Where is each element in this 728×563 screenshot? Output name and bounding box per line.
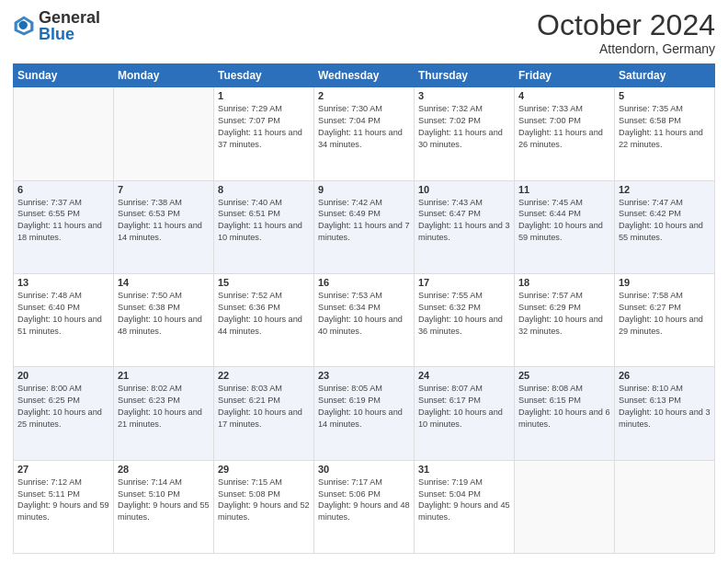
calendar-cell: 31Sunrise: 7:19 AM Sunset: 5:04 PM Dayli… [415,460,515,553]
day-info: Sunrise: 7:48 AM Sunset: 6:40 PM Dayligh… [17,290,109,338]
day-number: 18 [518,277,610,288]
calendar-cell: 29Sunrise: 7:15 AM Sunset: 5:08 PM Dayli… [214,460,314,553]
day-number: 10 [418,184,510,195]
day-info: Sunrise: 7:47 AM Sunset: 6:42 PM Dayligh… [619,197,711,245]
calendar-cell [114,87,214,180]
day-number: 7 [118,184,210,195]
day-number: 20 [17,370,109,381]
location-subtitle: Attendorn, Germany [537,41,715,56]
calendar-cell: 3Sunrise: 7:32 AM Sunset: 7:02 PM Daylig… [415,87,515,180]
calendar-cell: 14Sunrise: 7:50 AM Sunset: 6:38 PM Dayli… [114,273,214,366]
day-number: 30 [318,464,410,475]
page: General Blue October 2024 Attendorn, Ger… [0,0,728,563]
calendar-cell [515,460,615,553]
week-row-1: 1Sunrise: 7:29 AM Sunset: 7:07 PM Daylig… [14,87,715,180]
calendar-cell: 16Sunrise: 7:53 AM Sunset: 6:34 PM Dayli… [314,273,415,366]
logo: General Blue [13,9,100,42]
day-number: 1 [218,90,310,101]
logo-wordmark: General Blue [39,9,100,42]
day-info: Sunrise: 7:15 AM Sunset: 5:08 PM Dayligh… [218,477,310,524]
day-info: Sunrise: 8:02 AM Sunset: 6:23 PM Dayligh… [118,383,210,431]
calendar-cell: 27Sunrise: 7:12 AM Sunset: 5:11 PM Dayli… [14,460,114,553]
week-row-4: 20Sunrise: 8:00 AM Sunset: 6:25 PM Dayli… [14,367,715,460]
day-number: 2 [318,90,410,101]
day-info: Sunrise: 7:57 AM Sunset: 6:29 PM Dayligh… [518,290,610,338]
day-info: Sunrise: 7:45 AM Sunset: 6:44 PM Dayligh… [518,197,610,245]
day-number: 17 [418,277,510,288]
day-number: 12 [619,184,711,195]
day-number: 15 [218,277,310,288]
calendar-cell: 19Sunrise: 7:58 AM Sunset: 6:27 PM Dayli… [615,273,715,366]
calendar-cell: 6Sunrise: 7:37 AM Sunset: 6:55 PM Daylig… [14,180,114,273]
header: General Blue October 2024 Attendorn, Ger… [13,9,715,56]
weekday-header-sunday: Sunday [14,64,114,87]
day-info: Sunrise: 7:40 AM Sunset: 6:51 PM Dayligh… [218,197,310,245]
calendar-cell: 15Sunrise: 7:52 AM Sunset: 6:36 PM Dayli… [214,273,314,366]
day-info: Sunrise: 8:00 AM Sunset: 6:25 PM Dayligh… [17,383,109,431]
day-number: 4 [518,90,610,101]
day-info: Sunrise: 7:17 AM Sunset: 5:06 PM Dayligh… [318,477,410,524]
calendar-cell: 23Sunrise: 8:05 AM Sunset: 6:19 PM Dayli… [314,367,415,460]
calendar-cell: 20Sunrise: 8:00 AM Sunset: 6:25 PM Dayli… [14,367,114,460]
calendar-cell: 7Sunrise: 7:38 AM Sunset: 6:53 PM Daylig… [114,180,214,273]
calendar-cell: 10Sunrise: 7:43 AM Sunset: 6:47 PM Dayli… [415,180,515,273]
calendar-cell: 28Sunrise: 7:14 AM Sunset: 5:10 PM Dayli… [114,460,214,553]
calendar-cell: 18Sunrise: 7:57 AM Sunset: 6:29 PM Dayli… [515,273,615,366]
weekday-header-friday: Friday [515,64,615,87]
weekday-header-tuesday: Tuesday [214,64,314,87]
calendar-table: SundayMondayTuesdayWednesdayThursdayFrid… [13,63,715,554]
day-number: 28 [118,464,210,475]
week-row-3: 13Sunrise: 7:48 AM Sunset: 6:40 PM Dayli… [14,273,715,366]
day-number: 22 [218,370,310,381]
calendar-cell: 22Sunrise: 8:03 AM Sunset: 6:21 PM Dayli… [214,367,314,460]
day-info: Sunrise: 7:33 AM Sunset: 7:00 PM Dayligh… [518,103,610,151]
calendar-cell: 21Sunrise: 8:02 AM Sunset: 6:23 PM Dayli… [114,367,214,460]
weekday-header-saturday: Saturday [615,64,715,87]
day-number: 24 [418,370,510,381]
day-info: Sunrise: 8:07 AM Sunset: 6:17 PM Dayligh… [418,383,510,431]
day-info: Sunrise: 7:42 AM Sunset: 6:49 PM Dayligh… [318,197,410,245]
logo-general: General [39,8,100,27]
day-number: 14 [118,277,210,288]
day-info: Sunrise: 7:30 AM Sunset: 7:04 PM Dayligh… [318,103,410,151]
logo-blue: Blue [39,25,74,43]
calendar-cell: 5Sunrise: 7:35 AM Sunset: 6:58 PM Daylig… [615,87,715,180]
day-number: 13 [17,277,109,288]
day-info: Sunrise: 7:58 AM Sunset: 6:27 PM Dayligh… [619,290,711,338]
weekday-header-row: SundayMondayTuesdayWednesdayThursdayFrid… [14,64,715,87]
calendar-cell: 2Sunrise: 7:30 AM Sunset: 7:04 PM Daylig… [314,87,415,180]
day-number: 3 [418,90,510,101]
calendar-cell: 4Sunrise: 7:33 AM Sunset: 7:00 PM Daylig… [515,87,615,180]
day-number: 27 [17,464,109,475]
day-info: Sunrise: 7:14 AM Sunset: 5:10 PM Dayligh… [118,477,210,524]
day-info: Sunrise: 7:52 AM Sunset: 6:36 PM Dayligh… [218,290,310,338]
calendar-cell: 26Sunrise: 8:10 AM Sunset: 6:13 PM Dayli… [615,367,715,460]
day-number: 9 [318,184,410,195]
day-info: Sunrise: 7:29 AM Sunset: 7:07 PM Dayligh… [218,103,310,151]
day-info: Sunrise: 8:05 AM Sunset: 6:19 PM Dayligh… [318,383,410,431]
calendar-cell: 25Sunrise: 8:08 AM Sunset: 6:15 PM Dayli… [515,367,615,460]
calendar-cell: 17Sunrise: 7:55 AM Sunset: 6:32 PM Dayli… [415,273,515,366]
weekday-header-wednesday: Wednesday [314,64,415,87]
day-info: Sunrise: 8:03 AM Sunset: 6:21 PM Dayligh… [218,383,310,431]
calendar-cell [14,87,114,180]
calendar-cell: 9Sunrise: 7:42 AM Sunset: 6:49 PM Daylig… [314,180,415,273]
title-block: October 2024 Attendorn, Germany [537,9,715,56]
calendar-cell: 13Sunrise: 7:48 AM Sunset: 6:40 PM Dayli… [14,273,114,366]
day-info: Sunrise: 7:35 AM Sunset: 6:58 PM Dayligh… [619,103,711,151]
day-number: 5 [619,90,711,101]
day-number: 23 [318,370,410,381]
day-number: 29 [218,464,310,475]
day-info: Sunrise: 7:38 AM Sunset: 6:53 PM Dayligh… [118,197,210,245]
calendar-cell: 24Sunrise: 8:07 AM Sunset: 6:17 PM Dayli… [415,367,515,460]
calendar-cell [615,460,715,553]
logo-icon [13,15,35,37]
logo-text: General Blue [39,9,100,42]
day-number: 25 [518,370,610,381]
calendar-cell: 8Sunrise: 7:40 AM Sunset: 6:51 PM Daylig… [214,180,314,273]
day-number: 31 [418,464,510,475]
day-number: 26 [619,370,711,381]
day-info: Sunrise: 7:37 AM Sunset: 6:55 PM Dayligh… [17,197,109,245]
month-title: October 2024 [537,9,715,41]
day-info: Sunrise: 7:53 AM Sunset: 6:34 PM Dayligh… [318,290,410,338]
